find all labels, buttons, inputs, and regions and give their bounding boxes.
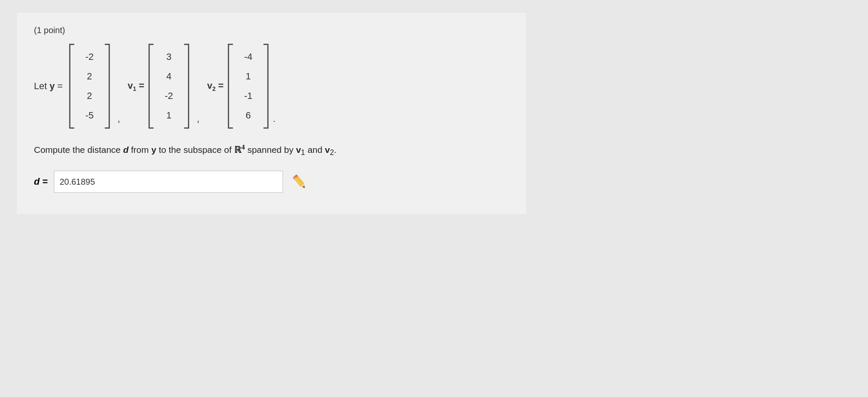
y-bold: y [151, 145, 157, 155]
d-italic: d [123, 145, 129, 155]
y-val-4: -5 [84, 110, 95, 121]
v2-val-3: -1 [242, 90, 254, 101]
v2-val-1: -4 [242, 51, 254, 62]
v2-vector: -4 1 -1 6 [228, 44, 269, 129]
bracket-right-y [105, 44, 110, 129]
answer-row: d = [34, 171, 509, 193]
v1-desc: v [296, 145, 301, 155]
bracket-right-v2 [263, 44, 269, 129]
bracket-left-v2 [228, 44, 233, 129]
y-val-3: 2 [84, 90, 95, 101]
pencil-icon[interactable] [289, 172, 310, 192]
v1-values: 3 4 -2 1 [154, 44, 183, 129]
bracket-left-v1 [148, 44, 154, 129]
pencil-svg [290, 172, 309, 191]
let-prefix: Let y = [34, 81, 63, 92]
main-container: (1 point) Let y = -2 2 2 -5 , v1 = 3 4 -… [17, 13, 526, 214]
v2-sub: 2 [330, 148, 334, 157]
answer-input[interactable] [54, 171, 283, 193]
v1-val-2: 4 [163, 71, 175, 82]
bracket-right-v1 [184, 44, 189, 129]
v1-vector: 3 4 -2 1 [148, 44, 189, 129]
comma-2: , [197, 113, 199, 129]
y-variable: y [50, 81, 55, 91]
point-label: (1 point) [34, 25, 509, 35]
v2-values: -4 1 -1 6 [234, 44, 263, 129]
v1-val-3: -2 [163, 90, 175, 101]
y-val-1: -2 [84, 51, 95, 62]
comma-1: , [118, 113, 120, 129]
and-text: and [308, 145, 322, 155]
bracket-left-y [69, 44, 74, 129]
v2-label: v2 = [207, 80, 224, 92]
v2-val-4: 6 [242, 110, 254, 121]
v2-val-2: 1 [242, 71, 254, 82]
y-vector: -2 2 2 -5 [69, 44, 110, 129]
v1-sub: 1 [301, 148, 305, 157]
d-equals-label: d = [34, 176, 48, 187]
y-val-2: 2 [84, 71, 95, 82]
v2-desc: v [325, 145, 330, 155]
period: . [273, 113, 275, 129]
description-text: Compute the distance d from y to the sub… [34, 141, 509, 158]
y-values: -2 2 2 -5 [75, 44, 104, 129]
vectors-row: Let y = -2 2 2 -5 , v1 = 3 4 -2 1 [34, 44, 509, 129]
R4-symbol: ℝ4 [234, 145, 245, 155]
v1-label: v1 = [128, 80, 144, 92]
v1-val-4: 1 [163, 110, 175, 121]
v1-val-1: 3 [163, 51, 175, 62]
